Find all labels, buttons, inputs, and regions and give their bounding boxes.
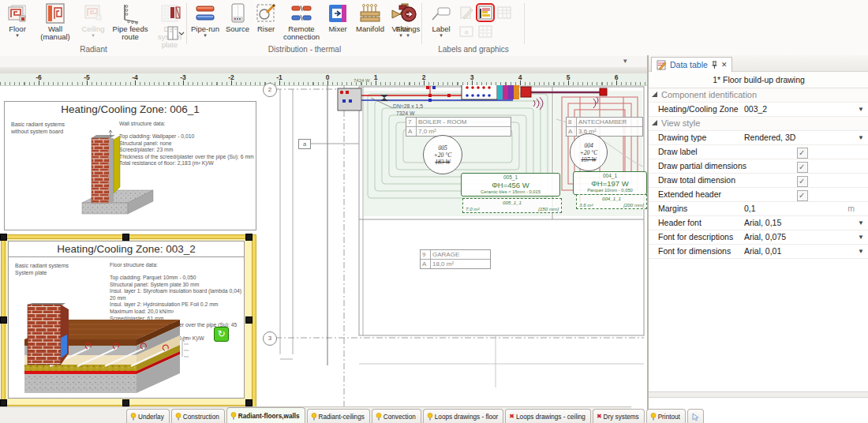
pipe-run-dropdown-arrow[interactable]: ▾ <box>189 33 222 38</box>
pipe-run-button[interactable]: Pipe-run ▾ <box>189 2 222 44</box>
tab-select-sheet[interactable] <box>687 409 704 423</box>
zone-drawing-006-1[interactable]: Heating/Cooling Zone: 006_1 Basic radian… <box>4 101 256 230</box>
canvas-band <box>0 67 647 73</box>
ribbon-group-label-distribution: Distribution - thermal <box>187 45 422 54</box>
tab-construction[interactable]: Construction <box>171 409 225 423</box>
draw-total-dimension-checkbox[interactable] <box>797 176 808 187</box>
wall-manual-button[interactable]: Wall (manual) <box>35 2 76 44</box>
ruler-number: -3 <box>174 73 193 81</box>
pin-icon[interactable] <box>711 61 718 69</box>
canvas-toolbar <box>0 56 647 67</box>
property-row-draw-partial-dimensions[interactable]: Draw partial dimensions <box>649 159 868 174</box>
dropdown-arrow-icon[interactable]: ▼ <box>858 245 864 258</box>
manifold-label: Manifold <box>353 25 387 33</box>
zone1-wall-3d-image <box>68 130 155 226</box>
property-row-heating-cooling-zone[interactable]: Heating/Cooling Zone 003_2 ▼ <box>649 103 868 117</box>
property-row-margins[interactable]: Margins 0,1 m <box>649 202 868 216</box>
text-box-button[interactable]: a <box>458 24 474 39</box>
source-button[interactable]: Source <box>223 2 252 44</box>
dropdown-arrow-icon[interactable]: ▼ <box>858 216 864 230</box>
extended-header-checkbox[interactable] <box>797 190 808 201</box>
selection-handle[interactable] <box>122 234 129 241</box>
floor-button[interactable]: Floor ▾ <box>2 2 33 44</box>
selection-handle[interactable] <box>122 399 129 406</box>
room-stamp-005: 005 +20 °C 183 W <box>423 135 462 174</box>
data-table-tab[interactable]: Data table ✕ <box>651 57 732 72</box>
property-row-drawing-type[interactable]: Drawing type Rendered, 3D ▼ <box>649 131 868 145</box>
margins-value[interactable]: 0,1 <box>744 202 756 215</box>
selection-handle[interactable] <box>0 234 7 241</box>
fittings-dropdown-arrow[interactable]: ▾ <box>394 33 422 38</box>
source-boiler-icon <box>226 2 249 24</box>
label-dropdown-arrow[interactable]: ▾ <box>427 33 455 38</box>
table-grid-button[interactable] <box>496 5 512 21</box>
tab-underlay[interactable]: Underlay <box>126 409 170 423</box>
manifold-button[interactable]: Manifold <box>353 2 387 44</box>
property-row-draw-total-dimension[interactable]: Draw total dimension <box>649 174 868 188</box>
floor-dropdown-arrow[interactable]: ▾ <box>2 33 33 38</box>
drawing-canvas[interactable]: ▾ -6 -5 -4 -3 -2 -1 0 1 2 3 4 5 6 <box>0 56 647 406</box>
grid-marker-2: 2 <box>263 83 277 97</box>
edit-note-icon <box>458 5 474 21</box>
edit-note-button[interactable] <box>458 5 474 21</box>
fittings-button[interactable]: Fittings ▾ <box>394 2 422 44</box>
selection-handle[interactable] <box>245 316 253 324</box>
loop-label-004-1: 004_1 ΦH=197 W Parquet 10mm - 0,050 <box>573 171 647 195</box>
dropdown-arrow-icon[interactable]: ▼ <box>858 230 864 244</box>
ceiling-dropdown-arrow[interactable]: ▾ <box>77 33 109 38</box>
section-view-style[interactable]: View style <box>649 117 868 131</box>
dropdown-arrow-icon[interactable]: ▼ <box>858 103 864 116</box>
pipe-run-icon <box>194 2 216 24</box>
wall-section-button[interactable] <box>168 5 184 21</box>
pipe-dn-label: DN=28 x 1,5 <box>393 103 423 109</box>
selection-handle[interactable] <box>245 399 253 406</box>
section-expander-icon[interactable] <box>652 120 657 125</box>
wall-manual-label: Wall (manual) <box>35 25 76 41</box>
section-component-identification[interactable]: Component identification <box>649 88 868 103</box>
section-expander-icon[interactable] <box>652 92 657 97</box>
remote-connection-button[interactable]: Remote connection <box>280 2 323 44</box>
property-row-draw-label[interactable]: Draw label <box>649 145 868 159</box>
data-table-panel: Data table ✕ 1* Floor build-up drawing C… <box>648 55 868 423</box>
selection-handle[interactable] <box>0 316 7 324</box>
tab-loops-drawings-floor[interactable]: Loops drawings - floor <box>423 409 504 423</box>
zone2-floor-3d-image <box>17 303 194 396</box>
riser-button[interactable]: Riser <box>253 2 279 44</box>
tab-radiant-floors-walls[interactable]: Radiant-floors,walls <box>226 407 305 423</box>
tab-radiant-ceilings[interactable]: Radiant-ceilings <box>307 409 370 423</box>
ribbon-group-labels: Label ▾ a Labels and graphics <box>422 0 525 55</box>
data-table-button[interactable] <box>477 5 493 21</box>
red-x-icon: ✖ <box>509 414 514 420</box>
draw-label-checkbox[interactable] <box>797 148 808 159</box>
tab-loops-drawings-ceiling[interactable]: ✖ Loops drawings - ceiling <box>505 409 591 423</box>
tab-convection[interactable]: Convection <box>372 409 421 423</box>
property-row-font-for-descriptions[interactable]: Font for descriptions Arial, 0,075 ▼ <box>649 230 868 245</box>
zone1-data-title: Wall structure data: <box>119 121 253 128</box>
ceiling-button[interactable]: Ceiling ▾ <box>77 2 109 44</box>
plate-book-button[interactable] <box>166 25 186 41</box>
draw-partial-dimensions-checkbox[interactable] <box>797 162 808 173</box>
bulb-icon <box>230 412 237 420</box>
riser-icon <box>255 2 277 24</box>
room-label-boiler-room: 7BOILER - ROOM A7,0 m² <box>406 117 511 137</box>
label-button[interactable]: Label ▾ <box>427 2 455 44</box>
ribbon: Floor ▾ Wall (manual) Ceiling ▾ Pipe fee… <box>0 0 868 57</box>
grid-small-button[interactable] <box>477 24 493 39</box>
ceiling-heating-icon <box>82 2 104 24</box>
mixer-button[interactable]: Mixer <box>324 2 351 44</box>
property-row-font-for-dimensions[interactable]: Font for dimensions Arial, 0,01 ▼ <box>649 245 868 259</box>
canvas-options-dropdown[interactable]: ▾ <box>623 57 627 65</box>
tab-dry-systems[interactable]: ✖ Dry systems <box>593 409 645 423</box>
wall-heating-icon <box>44 2 66 24</box>
zone2-data-title: Floor structure data: <box>110 262 242 269</box>
property-row-extended-header[interactable]: Extended header <box>649 188 868 202</box>
zone-drawing-003-2[interactable]: Heating/Cooling Zone: 003_2 Basic radian… <box>8 241 245 399</box>
ruler-number: 3 <box>462 73 481 81</box>
dropdown-arrow-icon[interactable]: ▼ <box>858 131 864 144</box>
selection-handle[interactable] <box>245 234 253 241</box>
property-row-header-font[interactable]: Header font Arial, 0,15 ▼ <box>649 216 868 230</box>
selection-handle[interactable] <box>0 399 7 406</box>
tab-printout[interactable]: Printout <box>646 409 686 423</box>
close-panel-icon[interactable]: ✕ <box>721 61 728 69</box>
rotate-view-icon[interactable]: ↻ <box>214 327 229 342</box>
